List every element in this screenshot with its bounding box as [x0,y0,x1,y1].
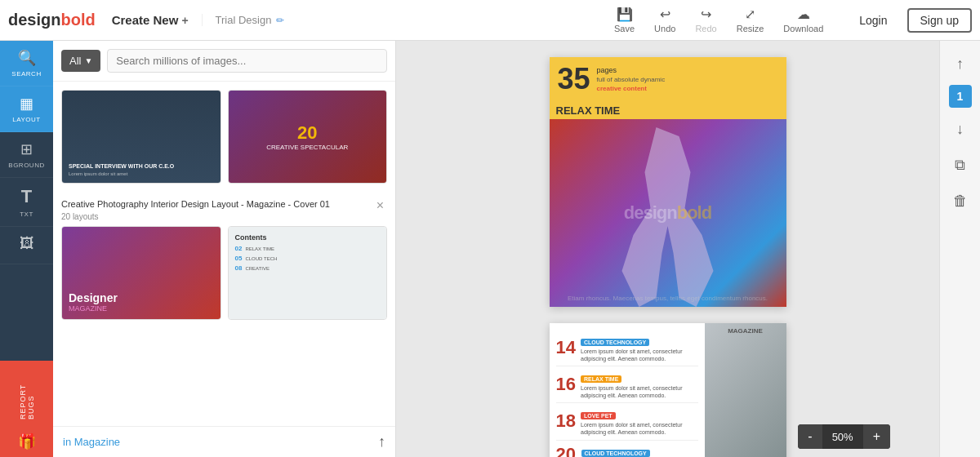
watermark: designbold [624,202,711,224]
page2-num-3: 18 [556,410,576,432]
page2-num-1: 14 [556,337,576,358]
page-banner-text: pages full of absolute dynamic creative … [597,65,666,94]
page-number: 35 [558,62,590,96]
gift-button[interactable]: 🎁 [0,426,53,457]
layout-grid-top: SPECIAL INTERVIEW WITH OUR C.E.O Lorem i… [61,90,387,184]
page-down-button[interactable]: ↓ [946,114,975,144]
layout-thumb-3[interactable]: Designer MAGAZINE [61,226,221,320]
save-button[interactable]: 💾 Save [606,3,643,37]
in-magazine-label: in Magazine [63,436,120,448]
in-magazine-link[interactable]: in Magazine [63,436,120,448]
page2-tag-2: RELAX TIME [581,375,621,383]
page-main-image[interactable]: designbold Etiam rhoncus. Maecenas tempu… [550,119,786,307]
trash-icon: 🗑 [953,193,968,210]
signup-button[interactable]: Sign up [907,8,972,33]
zoom-out-button[interactable]: - [798,424,822,449]
zoom-bar: - 50% + [798,424,890,449]
thumb1-sub: Lorem ipsum dolor sit amet [69,171,214,176]
plus-icon: + [181,14,188,27]
image-icon: 🖼 [20,235,34,252]
left-sidebar: 🔍 SEARCH ▦ LAYOUT ⊞ BGROUND T TXT 🖼 REPO… [0,41,53,457]
delete-button[interactable]: 🗑 [946,186,975,215]
canvas-area[interactable]: 35 pages full of absolute dynamic creati… [396,41,939,457]
layout-title: Creative Photography Interior Design Lay… [61,198,373,211]
text-icon: T [21,186,32,207]
copy-icon: ⧉ [955,157,965,174]
undo-button[interactable]: ↩ Undo [646,3,684,37]
pages-label: pages [597,65,666,76]
page2-right-image: MAGAZINE [705,323,786,457]
canvas-page-2[interactable]: 14 CLOUD TECHNOLOGY Lorem ipsum dolor si… [550,323,786,457]
redo-button[interactable]: ↪ Redo [687,3,724,37]
filter-all-label: All [69,55,81,67]
main-content: 🔍 SEARCH ▦ LAYOUT ⊞ BGROUND T TXT 🖼 REPO… [0,41,980,457]
upload-button[interactable]: ↑ [378,433,385,450]
background-icon: ⊞ [20,140,33,158]
sidebar-item-search[interactable]: 🔍 SEARCH [0,41,53,87]
report-bugs-label: REPORT BUGS [19,367,35,419]
page2-row-1: 14 CLOUD TECHNOLOGY Lorem ipsum dolor si… [556,330,698,366]
thumb3-sub: MAGAZINE [69,304,214,313]
magazine-label: MAGAZINE [709,327,782,335]
canvas-page-1[interactable]: 35 pages full of absolute dynamic creati… [550,57,786,307]
gift-icon: 🎁 [18,433,36,450]
create-new-button[interactable]: Create New + [112,13,189,27]
layout-thumb-2[interactable]: 20 CREATIVE SPECTACULAR [228,90,388,184]
edit-icon[interactable]: ✏ [276,15,284,26]
upload-icon: ↑ [378,433,385,450]
layout-grid-bottom: Designer MAGAZINE Contents 02 RELAX TIME… [61,226,387,320]
creative-label: creative content [597,84,666,93]
thumb4-row3: 08 CREATIVE [235,264,381,272]
layout-close-button[interactable]: × [373,198,387,213]
trial-design-section: Trial Design ✏ [202,14,285,26]
search-icon: 🔍 [18,49,36,67]
thumb2-label: CREATIVE SPECTACULAR [266,144,348,151]
page2-tag-4: CLOUD TECHNOLOGY [581,450,650,457]
sidebar-item-images[interactable]: 🖼 [0,227,53,264]
filter-all-button[interactable]: All ▼ [61,50,100,72]
page2-tag-3: LOVE PET [581,412,616,419]
search-input[interactable] [107,49,387,73]
page2-text-2: Lorem ipsum dolor sit amet, consectetur … [581,384,698,399]
panel-search-bar: All ▼ [53,41,395,82]
login-button[interactable]: Login [848,9,898,32]
page2-row-2: 16 RELAX TIME Lorem ipsum dolor sit amet… [556,366,698,403]
nav-tools: 💾 Save ↩ Undo ↪ Redo ⤢ Resize ☁ Download [606,3,831,37]
sidebar-layout-label: LAYOUT [12,116,40,123]
resize-icon: ⤢ [745,7,755,22]
page2-tag-1: CLOUD TECHNOLOGY [581,339,649,346]
redo-label: Redo [695,24,716,33]
page2-right: MAGAZINE [705,323,786,457]
sidebar-item-layout[interactable]: ▦ LAYOUT [0,87,53,132]
sidebar-item-text[interactable]: T TXT [0,178,53,227]
page2-num-4: 20 [556,444,577,457]
thumb3-title: Designer [69,291,214,304]
page-up-button[interactable]: ↑ [946,49,975,78]
page-banner: 35 pages full of absolute dynamic creati… [550,57,786,101]
layout-thumb-4[interactable]: Contents 02 RELAX TIME 05 CLOUD TECH 08 … [228,226,388,320]
layout-thumb-1[interactable]: SPECIAL INTERVIEW WITH OUR C.E.O Lorem i… [61,90,221,184]
canvas-pages: 35 pages full of absolute dynamic creati… [550,57,786,441]
panel-footer: in Magazine ↑ [53,426,395,457]
zoom-in-button[interactable]: + [863,424,890,449]
download-button[interactable]: ☁ Download [775,3,831,37]
up-icon: ↑ [956,55,964,73]
report-bugs-button[interactable]: REPORT BUGS [0,361,53,426]
panel-layout-list: SPECIAL INTERVIEW WITH OUR C.E.O Lorem i… [53,82,395,426]
sidebar-bground-label: BGROUND [8,162,44,169]
download-icon: ☁ [797,7,810,22]
save-label: Save [614,24,635,33]
layout-icon: ▦ [20,95,33,113]
sidebar-item-background[interactable]: ⊞ BGROUND [0,132,53,178]
resize-button[interactable]: ⤢ Resize [728,3,773,37]
layout-info-text: Creative Photography Interior Design Lay… [61,198,373,221]
down-icon: ↓ [956,121,964,138]
copy-button[interactable]: ⧉ [946,150,975,180]
page2-row-4: 20 CLOUD TECHNOLOGY Lorem ipsum dolor si… [556,441,698,457]
top-navigation: designbold Create New + Trial Design ✏ 💾… [0,0,980,41]
save-icon: 💾 [617,7,633,22]
logo-text: designbold [8,11,96,29]
thumb4-row2: 05 CLOUD TECH [235,255,381,262]
close-icon: × [376,198,384,212]
undo-icon: ↩ [660,7,670,22]
